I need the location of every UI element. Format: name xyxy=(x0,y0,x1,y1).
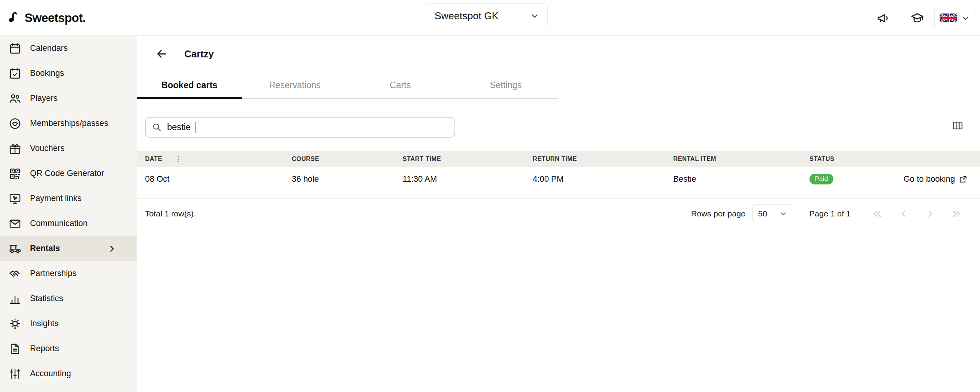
sidebar-item-vouchers[interactable]: Vouchers xyxy=(0,136,137,161)
table-header-row: DATE COURSE START TIME RETURN TIME RENTA… xyxy=(137,151,980,167)
sidebar-item-partnerships[interactable]: Partnerships xyxy=(0,261,137,286)
topbar-actions xyxy=(874,0,975,36)
chevron-down-icon xyxy=(779,209,788,218)
topbar: Sweetspot. Sweetspot GK xyxy=(0,0,980,36)
column-menu-button[interactable] xyxy=(173,154,184,164)
club-selector[interactable]: Sweetspot GK xyxy=(426,3,548,28)
sidebar-item-label: Reports xyxy=(30,344,59,353)
lightbulb-icon xyxy=(8,317,22,331)
rows-per-page-label: Rows per page xyxy=(691,209,745,218)
bar-chart-icon xyxy=(8,292,22,306)
sidebar: Calendars Bookings Players Memberships/p… xyxy=(0,36,137,392)
sidebar-item-label: Accounting xyxy=(30,369,71,379)
double-chevron-right-icon xyxy=(951,208,962,219)
academy-button[interactable] xyxy=(908,9,926,27)
next-page-button[interactable] xyxy=(925,208,935,219)
announcements-button[interactable] xyxy=(874,9,892,27)
tab-booked-carts[interactable]: Booked carts xyxy=(137,74,242,98)
sidebar-item-qr-code-generator[interactable]: QR Code Generator xyxy=(0,161,137,186)
sidebar-item-reports[interactable]: Reports xyxy=(0,336,137,361)
sidebar-item-memberships[interactable]: Memberships/passes xyxy=(0,111,137,136)
cell-return-time: 4:00 PM xyxy=(533,174,673,184)
sidebar-item-label: QR Code Generator xyxy=(30,169,104,178)
sidebar-item-payment-links[interactable]: Payment links xyxy=(0,186,137,211)
column-header-status: STATUS xyxy=(809,156,980,162)
sidebar-item-calendars[interactable]: Calendars xyxy=(0,36,137,61)
chevron-right-icon xyxy=(105,242,119,256)
membership-heart-icon xyxy=(8,117,22,131)
gift-icon xyxy=(8,142,22,156)
table-bottom-divider xyxy=(137,198,980,199)
column-settings-button[interactable] xyxy=(950,117,966,135)
status-badge: Paid xyxy=(809,174,833,184)
sidebar-item-label: Calendars xyxy=(30,44,68,53)
back-button[interactable] xyxy=(154,46,170,62)
chevron-down-icon xyxy=(961,13,970,23)
sidebar-item-rentals[interactable]: Rentals xyxy=(0,236,137,261)
rows-per-page-value: 50 xyxy=(758,209,767,218)
page-title: Cartzy xyxy=(184,49,214,60)
brand-name: Sweetspot. xyxy=(25,11,86,25)
chevron-down-icon xyxy=(530,11,540,21)
previous-page-button[interactable] xyxy=(898,208,909,219)
column-header-start-time: START TIME xyxy=(403,156,533,162)
golf-cart-icon xyxy=(8,242,22,256)
search-input[interactable]: bestie xyxy=(145,117,455,137)
total-rows-text: Total 1 row(s). xyxy=(145,209,196,218)
sidebar-item-bookings[interactable]: Bookings xyxy=(0,61,137,86)
chevron-left-icon xyxy=(898,208,909,219)
pager-buttons xyxy=(872,208,962,219)
sidebar-item-statistics[interactable]: Statistics xyxy=(0,286,137,311)
users-icon xyxy=(8,92,22,106)
first-page-button[interactable] xyxy=(872,208,883,219)
page-indicator: Page 1 of 1 xyxy=(809,209,851,218)
sidebar-item-label: Vouchers xyxy=(30,144,65,153)
double-chevron-left-icon xyxy=(872,208,883,219)
sidebar-item-communication[interactable]: Communication xyxy=(0,211,137,236)
sweetspot-logo-icon xyxy=(7,11,21,25)
column-header-course: COURSE xyxy=(292,156,403,162)
main-content: Cartzy Booked carts Reservations Carts S… xyxy=(137,36,980,392)
search-value: bestie xyxy=(167,122,191,132)
sidebar-item-label: Players xyxy=(30,94,58,103)
external-link-icon xyxy=(958,174,968,184)
sidebar-item-label: Partnerships xyxy=(30,269,77,278)
club-selector-value: Sweetspot GK xyxy=(435,10,498,22)
tab-reservations[interactable]: Reservations xyxy=(242,74,348,98)
cell-course: 36 hole xyxy=(292,174,403,184)
table-footer: Total 1 row(s). Rows per page 50 Page 1 … xyxy=(137,204,980,224)
payment-links-icon xyxy=(8,192,22,206)
text-caret xyxy=(196,122,196,133)
brand: Sweetspot. xyxy=(7,0,86,36)
handshake-icon xyxy=(8,267,22,281)
arrow-left-icon xyxy=(155,47,168,60)
sidebar-item-players[interactable]: Players xyxy=(0,86,137,111)
sidebar-item-label: Communication xyxy=(30,219,87,228)
go-to-booking-link[interactable]: Go to booking xyxy=(903,174,980,184)
sidebar-item-label: Insights xyxy=(30,319,59,328)
sidebar-item-label: Statistics xyxy=(30,294,63,303)
search-icon xyxy=(152,122,162,132)
rows-per-page-select[interactable]: 50 xyxy=(753,204,793,223)
sidebar-item-label: Rentals xyxy=(30,244,60,253)
sidebar-item-insights[interactable]: Insights xyxy=(0,311,137,336)
last-page-button[interactable] xyxy=(951,208,962,219)
calendar-icon xyxy=(8,42,22,55)
pagination-controls: Rows per page 50 Page 1 of 1 xyxy=(691,204,962,223)
sidebar-item-label: Payment links xyxy=(30,194,82,203)
table-row[interactable]: 08 Oct 36 hole 11:30 AM 4:00 PM Bestie P… xyxy=(137,167,980,191)
tab-bar: Booked carts Reservations Carts Settings xyxy=(137,74,559,99)
topbar-divider xyxy=(900,11,900,25)
tab-carts[interactable]: Carts xyxy=(348,74,453,98)
cell-date: 08 Oct xyxy=(145,174,292,184)
language-selector[interactable] xyxy=(934,7,975,29)
sidebar-item-label: Bookings xyxy=(30,69,64,78)
tab-settings[interactable]: Settings xyxy=(453,74,559,98)
cell-rental-item: Bestie xyxy=(673,174,809,184)
chevron-right-icon xyxy=(925,208,935,219)
graduation-cap-icon xyxy=(910,11,924,25)
calendar-check-icon xyxy=(8,67,22,80)
sidebar-item-accounting[interactable]: Accounting xyxy=(0,361,137,386)
sidebar-item-label: Memberships/passes xyxy=(30,119,108,128)
sliders-icon xyxy=(8,367,22,381)
